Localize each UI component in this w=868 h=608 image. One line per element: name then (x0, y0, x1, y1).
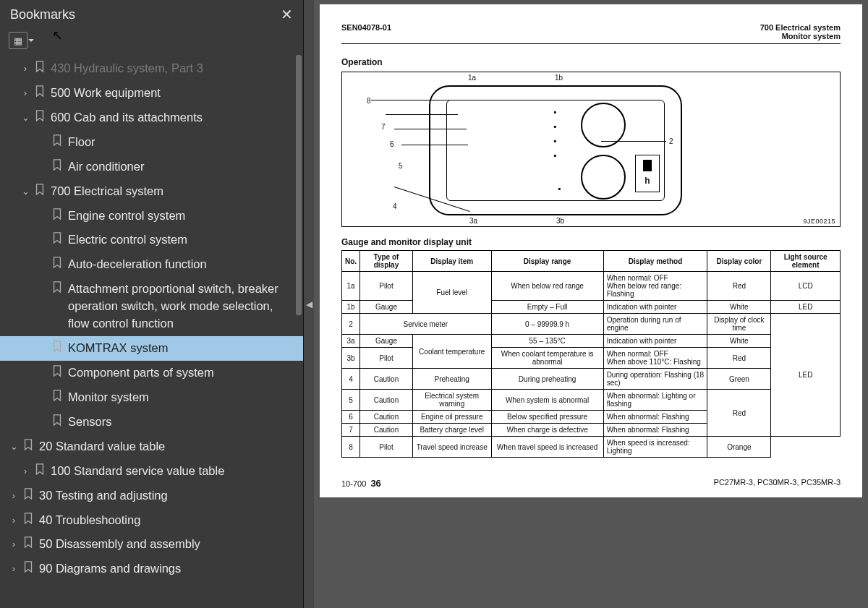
bookmark-item[interactable]: ›Engine control system (0, 204, 303, 228)
bookmark-icon (51, 340, 64, 357)
bookmark-icon (33, 60, 46, 77)
footer-page: 36 (370, 478, 380, 489)
bookmark-item[interactable]: ›100 Standard service value table (0, 459, 303, 484)
table-cell: 1b (342, 301, 360, 314)
bookmark-label: 600 Cab and its attachments (51, 109, 297, 127)
table-cell: When system is abnormal (491, 390, 603, 411)
diagram-label: 8 (367, 97, 371, 105)
table-cell: 5 (342, 390, 360, 411)
diagram-code: 9JE00215 (803, 218, 835, 225)
bookmark-item[interactable]: ›430 Hydraulic system, Part 3 (0, 56, 303, 81)
bookmark-item[interactable]: ⌄20 Standard value table (0, 434, 303, 459)
bookmark-icon (51, 281, 64, 298)
expand-arrow-icon[interactable]: › (19, 62, 32, 76)
bookmark-item[interactable]: ›90 Diagrams and drawings (0, 557, 303, 581)
footer-section: 10-700 (341, 479, 366, 488)
table-cell: 8 (342, 437, 360, 458)
bookmark-item[interactable]: ›KOMTRAX system (0, 336, 303, 361)
bookmarks-tree: ›430 Hydraulic system, Part 3›500 Work e… (0, 55, 303, 608)
expand-arrow-icon[interactable]: › (7, 562, 20, 576)
bookmark-icon (33, 183, 46, 200)
bookmark-label: 100 Standard service value table (51, 463, 297, 480)
table-header: Type of display (360, 251, 413, 272)
table-cell: Gauge (360, 335, 413, 348)
monitor-diagram: h 1a 1b 2 3a 3b 4 5 6 7 8 9JE0021 (341, 72, 841, 227)
bookmarks-title: Bookmarks (10, 7, 75, 22)
pane-collapse-handle[interactable]: ◀ (304, 0, 314, 608)
table-cell: Pilot (360, 272, 413, 301)
table-cell: Pilot (360, 437, 413, 458)
table-cell: Red (707, 348, 771, 369)
bookmark-icon (51, 231, 64, 249)
bookmark-icon (33, 463, 46, 480)
table-header: Display method (603, 251, 707, 272)
doc-code: SEN04078-01 (341, 23, 391, 40)
bookmark-item[interactable]: ⌄700 Electrical system (0, 179, 303, 204)
expand-arrow-icon[interactable]: › (7, 514, 20, 528)
table-cell: Display of clock time (707, 314, 771, 335)
table-cell: Caution (360, 424, 413, 437)
bookmark-item[interactable]: ›Monitor system (0, 385, 303, 410)
outline-view-button[interactable]: ▦ (9, 32, 27, 49)
bookmark-label: 500 Work equipment (51, 85, 297, 102)
table-cell: Engine oil pressure (412, 411, 491, 424)
table-row: 2Service meter0 – 99999.9 hOperation dur… (342, 314, 841, 335)
table-header: Display color (707, 251, 771, 272)
bookmark-item[interactable]: ›Attachment proportional switch, breaker… (0, 277, 303, 336)
table-cell: LED (771, 314, 841, 437)
bookmark-item[interactable]: ›30 Testing and adjusting (0, 484, 303, 508)
expand-arrow-icon[interactable]: › (7, 489, 20, 503)
expand-arrow-icon[interactable]: ⌄ (7, 440, 20, 454)
bookmark-item[interactable]: ›Component parts of system (0, 361, 303, 385)
scrollbar-thumb[interactable] (296, 55, 302, 315)
bookmark-icon (22, 438, 35, 455)
bookmark-item[interactable]: ›Air conditioner (0, 155, 303, 179)
table-cell: 4 (342, 369, 360, 390)
bookmark-item[interactable]: ›Auto-deceleration function (0, 252, 303, 277)
expand-arrow-icon[interactable]: › (19, 465, 32, 479)
table-cell: When speed is increased: Lighting (603, 437, 707, 458)
diagram-label: 3b (556, 217, 564, 225)
expand-arrow-icon[interactable]: › (7, 538, 20, 552)
table-cell: Service meter (360, 314, 491, 335)
bookmark-icon (22, 536, 35, 553)
bookmark-label: Monitor system (68, 389, 297, 406)
diagram-label: 6 (390, 140, 394, 148)
bookmark-label: Auto-deceleration function (68, 256, 297, 273)
table-cell: Indication with pointer (603, 301, 707, 314)
bookmark-item[interactable]: ›Sensors (0, 410, 303, 434)
footer-models: PC27MR-3, PC30MR-3, PC35MR-3 (714, 478, 841, 489)
expand-arrow-icon[interactable]: ⌄ (19, 185, 32, 199)
table-header: No. (342, 251, 360, 272)
bookmark-icon (22, 487, 35, 505)
bookmark-label: Attachment proportional switch, breaker … (68, 281, 297, 333)
bookmark-item[interactable]: ›Electric control system (0, 228, 303, 252)
table-cell: When abnormal: Flashing (603, 411, 707, 424)
bookmark-label: 20 Standard value table (39, 438, 297, 455)
bookmark-label: 700 Electrical system (51, 183, 297, 200)
table-cell: When coolant temperature is abnormal (491, 348, 603, 369)
bookmark-item[interactable]: ›50 Disassembly and assembly (0, 532, 303, 557)
diagram-label: 3a (469, 217, 477, 225)
bookmark-item[interactable]: ›500 Work equipment (0, 81, 303, 106)
doc-subchapter: Monitor system (782, 32, 841, 40)
table-cell: When below red range (491, 272, 603, 301)
table-cell: Pilot (360, 348, 413, 369)
bookmark-label: 30 Testing and adjusting (39, 487, 297, 505)
bookmark-item[interactable]: ›40 Troubleshooting (0, 508, 303, 533)
expand-arrow-icon[interactable]: › (19, 87, 32, 100)
bookmark-label: Component parts of system (68, 364, 297, 382)
table-cell: Operation during run of engine (603, 314, 707, 335)
table-cell: Travel speed increase (412, 437, 491, 458)
close-icon[interactable]: ✕ (281, 6, 293, 23)
bookmarks-panel: ↖ Bookmarks ✕ ▦ ›430 Hydraulic system, P… (0, 0, 304, 608)
table-cell: 6 (342, 411, 360, 424)
bookmark-item[interactable]: ›Floor (0, 130, 303, 155)
bookmark-label: 50 Disassembly and assembly (39, 536, 297, 553)
table-cell: White (707, 301, 771, 314)
bookmark-item[interactable]: ⌄600 Cab and its attachments (0, 106, 303, 130)
diagram-label: 7 (381, 123, 386, 131)
table-cell: 0 – 99999.9 h (491, 314, 603, 335)
expand-arrow-icon[interactable]: ⌄ (19, 111, 32, 125)
table-cell: Caution (360, 411, 413, 424)
